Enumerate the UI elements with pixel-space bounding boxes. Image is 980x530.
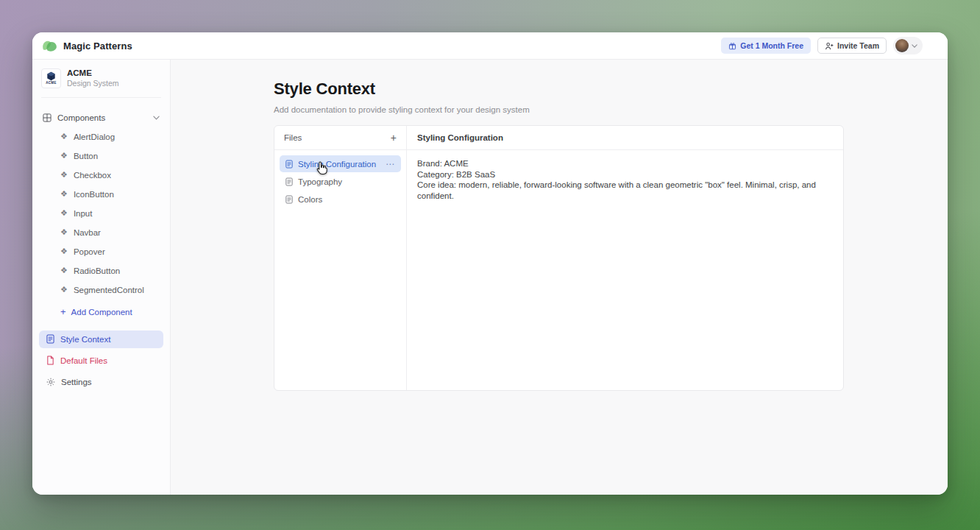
person-plus-icon — [825, 42, 834, 50]
brand-logo[interactable]: Magic Patterns — [42, 40, 132, 52]
file-row[interactable]: Colors ⋯ — [280, 191, 401, 208]
sidebar-component-item[interactable]: ❖ Popover — [32, 242, 170, 261]
content-line: Category: B2B SaaS — [417, 169, 833, 180]
page-subtitle: Add documentation to provide styling con… — [274, 105, 948, 114]
files-column: Files + — [274, 126, 407, 390]
sidebar-item-settings[interactable]: Settings — [39, 373, 163, 391]
document-icon — [285, 177, 293, 186]
files-list: Styling Configuration ⋯ — [274, 150, 406, 213]
page-title: Style Context — [274, 80, 948, 99]
sidebar: ACME ACME Design System Components — [32, 60, 171, 495]
sidebar-component-item[interactable]: ❖ IconButton — [32, 185, 170, 204]
header-actions: Get 1 Month Free Invite Team — [721, 37, 923, 54]
window-body: ACME ACME Design System Components — [32, 60, 948, 495]
files-header-label: Files — [284, 133, 302, 142]
org-badge-text: ACME — [46, 82, 56, 85]
component-label: Popover — [74, 247, 105, 256]
content-line: Core idea: modern, reliable, forward-loo… — [417, 180, 833, 201]
sidebar-item-label: Style Context — [60, 335, 110, 344]
org-subtitle: Design System — [67, 79, 119, 89]
component-label: Checkbox — [74, 171, 111, 180]
component-icon: ❖ — [60, 171, 68, 179]
components-section-toggle[interactable]: Components — [32, 108, 170, 127]
sidebar-nav: Style Context Default Files — [32, 331, 170, 391]
component-icon: ❖ — [60, 190, 68, 198]
user-avatar — [895, 39, 909, 52]
component-icon: ❖ — [60, 209, 68, 217]
top-header: Magic Patterns Get 1 Month Free — [32, 32, 948, 60]
app-window: Magic Patterns Get 1 Month Free — [32, 32, 948, 495]
component-label: Button — [74, 152, 98, 160]
add-component-button[interactable]: + Add Component — [32, 303, 170, 322]
component-label: IconButton — [74, 190, 114, 199]
org-name: ACME — [67, 68, 119, 79]
magic-patterns-logo-icon — [42, 40, 58, 52]
sidebar-component-item[interactable]: ❖ Button — [32, 146, 170, 166]
document-icon — [285, 195, 293, 204]
file-row[interactable]: Typography ⋯ — [280, 173, 401, 190]
gear-icon — [46, 378, 55, 386]
main-content: Style Context Add documentation to provi… — [171, 60, 948, 495]
sidebar-item-label: Default Files — [60, 356, 107, 365]
plus-icon: + — [60, 307, 66, 317]
document-icon — [285, 160, 293, 169]
desktop-background: { "header": { "brand": "Magic Patterns",… — [0, 0, 980, 530]
content-line: Brand: ACME — [417, 158, 833, 169]
get-month-free-button[interactable]: Get 1 Month Free — [721, 38, 811, 54]
component-icon: ❖ — [60, 152, 68, 160]
invite-team-button[interactable]: Invite Team — [817, 38, 887, 54]
sidebar-component-item[interactable]: ❖ RadioButton — [32, 261, 170, 280]
add-component-label: Add Component — [71, 308, 132, 317]
sidebar-component-item[interactable]: ❖ Input — [32, 204, 170, 223]
get-month-free-label: Get 1 Month Free — [740, 41, 803, 50]
file-name: Styling Configuration — [298, 160, 376, 169]
sidebar-component-item[interactable]: ❖ Checkbox — [32, 166, 170, 185]
components-label: Components — [57, 113, 105, 122]
file-name: Typography — [298, 177, 342, 186]
invite-team-label: Invite Team — [837, 41, 879, 50]
style-context-panel: Files + — [274, 125, 844, 391]
component-icon: ❖ — [60, 247, 68, 255]
file-name: Colors — [298, 195, 322, 204]
ellipsis-menu-icon[interactable]: ⋯ — [386, 160, 395, 169]
acme-cube-icon — [46, 71, 56, 81]
component-icon: ❖ — [60, 266, 68, 275]
org-logo: ACME — [41, 68, 61, 88]
component-label: SegmentedControl — [74, 286, 144, 294]
component-icon: ❖ — [60, 228, 68, 236]
file-icon — [46, 356, 54, 365]
chevron-down-icon — [912, 44, 917, 48]
sidebar-component-item[interactable]: ❖ AlertDialog — [32, 127, 170, 146]
org-switcher[interactable]: ACME ACME Design System — [32, 66, 170, 97]
document-icon — [46, 334, 54, 344]
content-body: Brand: ACME Category: B2B SaaS Core idea… — [407, 150, 843, 209]
sidebar-divider — [41, 97, 161, 98]
component-label: AlertDialog — [74, 132, 115, 141]
component-list: ❖ AlertDialog ❖ Button ❖ Checkbox ❖ — [32, 127, 170, 300]
sidebar-item-style-context[interactable]: Style Context — [39, 331, 163, 348]
sidebar-item-label: Settings — [61, 378, 92, 386]
component-label: Input — [74, 209, 93, 218]
gift-icon — [728, 42, 736, 50]
file-row[interactable]: Styling Configuration ⋯ — [280, 155, 401, 172]
files-header: Files + — [274, 126, 406, 150]
file-content-column: Styling Configuration Brand: ACME Catego… — [407, 126, 843, 390]
grid-icon — [43, 113, 52, 122]
component-label: Navbar — [74, 228, 101, 237]
chevron-down-icon — [153, 116, 160, 120]
brand-name: Magic Patterns — [63, 40, 132, 52]
sidebar-component-item[interactable]: ❖ SegmentedControl — [32, 280, 170, 300]
component-icon: ❖ — [60, 286, 68, 294]
sidebar-item-default-files[interactable]: Default Files — [39, 352, 163, 370]
sidebar-component-item[interactable]: ❖ Navbar — [32, 223, 170, 242]
user-menu[interactable] — [893, 37, 923, 54]
add-file-button[interactable]: + — [391, 132, 397, 143]
component-label: RadioButton — [74, 266, 120, 275]
component-icon: ❖ — [60, 132, 68, 141]
content-header: Styling Configuration — [407, 126, 843, 150]
